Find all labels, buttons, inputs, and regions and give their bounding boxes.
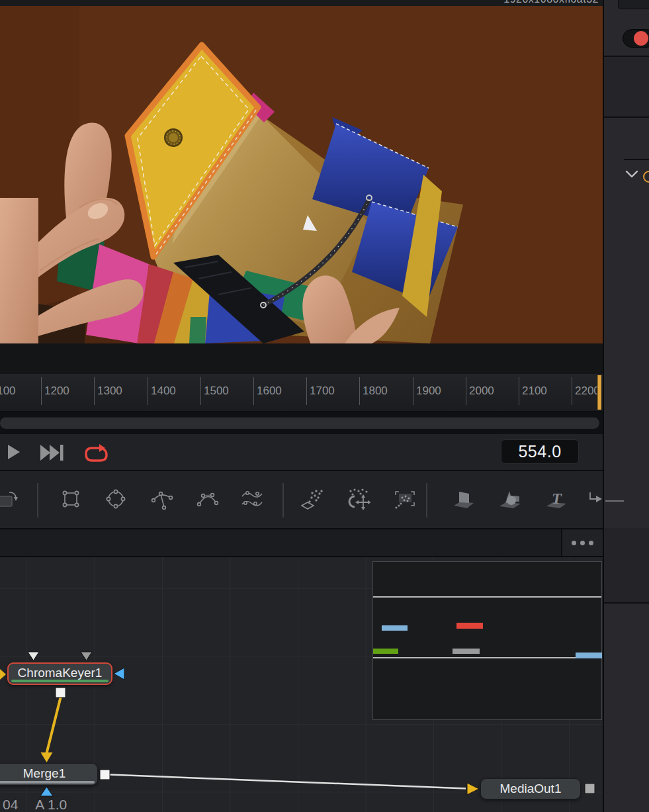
text-3d-icon: T [544,486,569,515]
tool-merge-3d[interactable] [587,483,603,518]
playhead[interactable] [597,375,601,410]
node-merge1[interactable]: Merge1 [0,763,98,786]
ruler-tick: 1400 [148,377,148,405]
ruler-tick: 2100 [519,377,519,405]
particle-force-icon [345,486,370,515]
chromakeyer-input-port-blue[interactable] [114,668,124,680]
node-editor-header [0,529,603,557]
tool-ellipse-mask[interactable] [103,483,128,518]
chevron-down-icon[interactable] [625,169,638,178]
section-divider [624,159,649,160]
ruler-tick: 2000 [466,377,466,405]
node-editor-status-text: 04A 1.0 [3,797,67,812]
chromakeyer-input-port-2[interactable] [81,652,92,660]
ruler-tick: 1300 [94,377,95,405]
minimap-wire [373,657,601,658]
particle-emitter-icon [299,486,324,515]
wire-incoming-arrowhead [0,669,6,680]
loop-icon [83,444,110,465]
main-column: 1920x1080xfloat32 [0,0,603,812]
merge-output-port[interactable] [100,770,110,780]
tool-spline[interactable] [239,483,265,518]
minimap-node-bar [576,653,602,658]
transform-icon [0,486,20,515]
play-button[interactable] [7,444,33,463]
minimap-node-bar [373,649,398,654]
viewer-top-strip: 1920x1080xfloat32 [0,0,603,6]
transport-controls: 554.0 [0,434,603,471]
ruler-tick: 1900 [413,377,413,405]
tool-bspline-mask[interactable] [195,483,220,518]
merge-background-input-port[interactable] [40,787,53,796]
tool-shape-3d[interactable] [498,483,523,518]
ruler-tick: 1800 [359,377,360,405]
ruler-tick: 1200 [41,377,42,405]
tool-text-3d[interactable]: T [544,483,569,518]
bspline-mask-icon [195,486,220,515]
panel-divider [604,602,649,604]
tool-rectangle-mask[interactable] [58,483,83,518]
ruler-tick: 1600 [253,377,254,405]
effect-toggle[interactable] [623,29,649,48]
node-label: MediaOut1 [500,782,562,795]
ruler-tick: 2200 [572,377,572,405]
tool-particle-force[interactable] [345,483,370,518]
tool-transform[interactable] [0,483,19,518]
particle-render-icon [392,486,417,515]
splitter-handle[interactable] [605,500,624,502]
tool-particle-render[interactable] [392,483,417,518]
navigator-minimap[interactable] [372,561,602,720]
rectangle-mask-icon [58,486,83,515]
current-frame-value: 554.0 [518,442,561,461]
toolbar-divider [37,483,38,518]
video-frame-image [0,6,603,343]
node-status-strip [0,781,95,784]
viewer-resolution-text: 1920x1080xfloat32 [503,0,599,5]
node-label: Merge1 [23,766,65,780]
tool-image-plane-3d[interactable] [451,483,476,518]
wire-merge-to-mediaout [110,775,466,789]
inspector-tab[interactable] [618,0,649,9]
ruler-tick: 1700 [306,377,307,405]
current-frame-field[interactable]: 554.0 [501,439,579,464]
minimap-node-bar [456,623,483,629]
minimap-node-bar [382,625,408,631]
loop-button[interactable] [83,444,110,463]
image-plane-3d-icon [451,486,476,515]
node-color-ring-icon [643,171,649,183]
inspector-panel [603,0,649,812]
node-chromakeyer1[interactable]: ChromaKeyer1 [7,662,112,685]
mediaout-right-port[interactable] [585,784,595,793]
node-status-strip [11,680,108,682]
status-right: A 1.0 [35,797,67,812]
timeline-ruler[interactable]: 1100 1200 1300 1400 1500 1600 1700 1800 … [0,374,603,412]
spline-icon [239,486,265,515]
fusion-app: 1920x1080xfloat32 [0,0,649,812]
node-editor[interactable]: ChromaKeyer1 Merge1 MediaOut1 [0,557,603,812]
mediaout-input-port[interactable] [467,783,479,795]
tool-particle-emitter[interactable] [299,483,324,518]
status-left: 04 [3,797,18,812]
wire-arrowhead [41,752,53,762]
polygon-mask-icon [150,486,175,515]
panel-section [604,57,649,116]
panel-divider [604,116,649,118]
viewer-bottom-strip [0,343,603,374]
skip-to-end-button[interactable] [40,444,67,463]
ellipsis-icon [572,541,576,545]
chromakeyer-input-port-1[interactable] [28,652,39,660]
options-menu-button[interactable] [561,529,603,556]
timeline-scrollbar-track[interactable] [0,412,603,434]
timeline-scrollbar-thumb[interactable] [0,418,599,429]
ellipse-mask-icon [103,486,128,515]
toolbar: T [0,471,603,529]
merge-3d-icon [587,486,603,515]
minimap-node-bar [453,649,480,654]
chromakeyer-output-port[interactable] [56,688,65,698]
skip-to-end-icon [40,444,64,461]
viewer-panel[interactable]: 1920x1080xfloat32 [0,0,603,374]
toolbar-divider [282,483,284,518]
tool-polygon-mask[interactable] [150,483,175,518]
node-mediaout1[interactable]: MediaOut1 [480,778,581,799]
minimap-wire [373,596,601,598]
